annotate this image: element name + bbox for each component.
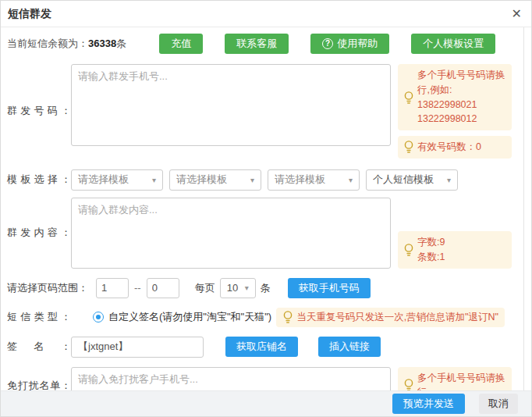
per-page-label: 每页: [195, 281, 215, 295]
per-page-select[interactable]: 10▾: [220, 278, 256, 298]
dialog-body: 当前短信余额为：36338条 充值 联系客服 ? 使用帮助 个人模板设置 群发号…: [1, 27, 531, 405]
bulb-icon: [403, 91, 414, 105]
cancel-button[interactable]: 取消: [479, 394, 518, 414]
sms-type-row: 短信类型： 自定义签名(请勿使用"淘宝"和"天猫") 当天重复号码只发送一次,营…: [7, 308, 525, 327]
personal-template-select[interactable]: 个人短信模板▾: [366, 169, 458, 191]
insert-link-button[interactable]: 插入链接: [318, 337, 381, 357]
char-count-text: 字数:9 条数:1: [417, 235, 506, 265]
valid-count-tip-box: 有效号码数：0: [398, 136, 512, 159]
title-bar: 短信群发 ✕: [1, 1, 531, 27]
page-to-input[interactable]: [147, 278, 179, 298]
page-range-label: 请选择页码范围：: [7, 281, 88, 295]
balance-unit: 条: [116, 37, 126, 51]
recipients-tip-box: 多个手机号号码请换行,例如: 13822998021 13222998012: [398, 64, 512, 130]
sms-bulk-send-dialog: 短信群发 ✕ 当前短信余额为：36338条 充值 联系客服 ? 使用帮助 个人模…: [0, 0, 532, 417]
fetch-phone-numbers-button[interactable]: 获取手机号码: [288, 278, 371, 298]
template-row: 模板选择： 请选择模板▾ 请选择模板▾ 请选择模板▾ 个人短信模板▾: [7, 169, 525, 191]
template-select-2[interactable]: 请选择模板▾: [169, 169, 261, 191]
content-tips: 字数:9 条数:1: [398, 198, 512, 269]
valid-count-text: 有效号码数：0: [417, 140, 506, 155]
page-from-input[interactable]: [96, 278, 129, 298]
contact-support-button[interactable]: 联系客服: [225, 34, 289, 54]
chevron-down-icon: ▾: [152, 176, 156, 184]
recipients-row: 群发号码： 多个手机号号码请换行,例如: 13822998021 1322299…: [7, 64, 525, 159]
chevron-down-icon: ▾: [250, 176, 254, 184]
recipients-label: 群发号码：: [7, 104, 71, 118]
balance-value: 36338: [88, 37, 116, 49]
signature-input[interactable]: [71, 337, 204, 358]
recharge-button[interactable]: 充值: [159, 34, 203, 54]
per-page-unit: 条: [261, 281, 271, 295]
dedupe-tip-text: 当天重复号码只发送一次,营销信息请加"退订N": [296, 310, 498, 325]
recipients-tips: 多个手机号号码请换行,例如: 13822998021 13222998012 有…: [398, 64, 512, 159]
bulb-icon: [403, 243, 414, 257]
balance-label: 当前短信余额为：: [7, 37, 88, 51]
template-label: 模板选择：: [7, 173, 71, 187]
help-button-label: 使用帮助: [337, 37, 378, 51]
scrollbar-track[interactable]: [523, 27, 524, 390]
template-select-1[interactable]: 请选择模板▾: [71, 169, 163, 191]
get-shop-name-button[interactable]: 获取店铺名: [225, 337, 298, 357]
content-label: 群发内容：: [7, 226, 71, 240]
sms-type-label: 短信类型：: [7, 310, 71, 324]
dialog-title: 短信群发: [8, 7, 51, 21]
page-range-row: 请选择页码范围： -- 每页 10▾ 条 获取手机号码: [7, 278, 525, 298]
range-separator: --: [134, 282, 141, 294]
question-circle-icon: ?: [322, 38, 333, 49]
balance-row: 当前短信余额为：36338条 充值 联系客服 ? 使用帮助 个人模板设置: [7, 33, 525, 54]
bulb-icon: [403, 140, 414, 154]
template-select-3[interactable]: 请选择模板▾: [268, 169, 360, 191]
chevron-down-icon: ▾: [447, 176, 451, 184]
preview-and-send-button[interactable]: 预览并发送: [392, 394, 465, 414]
chevron-down-icon: ▾: [245, 283, 249, 292]
recipients-tip-text: 多个手机号号码请换行,例如: 13822998021 13222998012: [417, 68, 506, 127]
signature-label: 签名：: [7, 340, 71, 354]
signature-row: 签名： 获取店铺名 插入链接: [7, 337, 525, 358]
content-textarea[interactable]: [71, 198, 391, 269]
custom-signature-radio[interactable]: [93, 312, 104, 323]
content-row: 群发内容： 字数:9 条数:1: [7, 198, 525, 269]
char-count-tip-box: 字数:9 条数:1: [398, 231, 512, 269]
custom-signature-label: 自定义签名(请勿使用"淘宝"和"天猫"): [108, 310, 271, 324]
dialog-footer: 预览并发送 取消: [1, 390, 531, 416]
recipients-textarea[interactable]: [71, 64, 391, 146]
help-button[interactable]: ? 使用帮助: [310, 34, 389, 54]
bulb-icon: [282, 310, 293, 324]
chevron-down-icon: ▾: [349, 176, 353, 184]
dedupe-tip-box: 当天重复号码只发送一次,营销信息请加"退订N": [276, 308, 505, 327]
close-icon[interactable]: ✕: [512, 8, 522, 20]
personal-template-settings-button[interactable]: 个人模板设置: [411, 34, 495, 54]
